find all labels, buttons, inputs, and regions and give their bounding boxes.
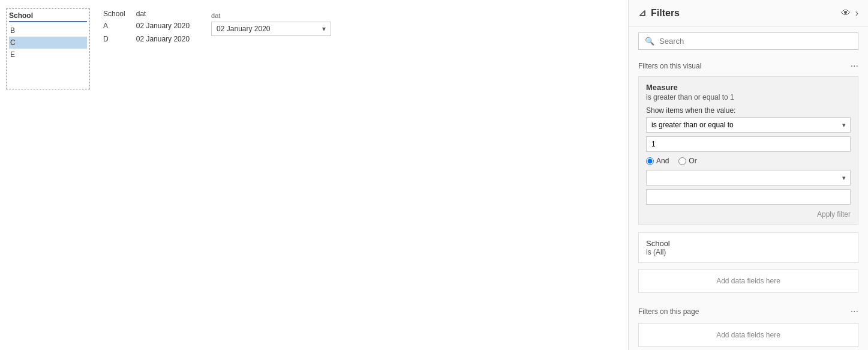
- cell-school-d: D: [102, 32, 135, 46]
- cell-school-a: A: [102, 19, 135, 32]
- filters-title: ⊿ Filters: [638, 7, 680, 19]
- cell-dat-a: 02 January 2020: [135, 19, 199, 32]
- date-slicer-value: 02 January 2020: [217, 25, 270, 33]
- condition2-dropdown[interactable]: is greater than or equal to is greater t…: [646, 170, 851, 186]
- table-row-b[interactable]: B: [9, 25, 87, 37]
- data-table: School dat A 02 January 2020 D 02 Januar…: [102, 8, 199, 46]
- show-items-label: Show items when the value:: [646, 106, 851, 115]
- table-row-c[interactable]: C: [9, 37, 87, 49]
- col-school-header: School: [102, 8, 135, 19]
- search-input[interactable]: [659, 37, 852, 46]
- row-b-label: B: [9, 26, 16, 35]
- add-data-fields-visual[interactable]: Add data fields here: [638, 269, 858, 293]
- page-more-icon[interactable]: ···: [851, 306, 858, 317]
- date-slicer-label: dat: [211, 12, 331, 19]
- filters-header: ⊿ Filters 👁 ›: [629, 0, 868, 26]
- search-icon: 🔍: [645, 37, 654, 46]
- measure-subtitle: is greater than or equal to 1: [646, 93, 851, 101]
- apply-filter-row: Apply filter: [646, 210, 851, 219]
- table-row[interactable]: D 02 January 2020: [102, 32, 199, 46]
- table-row-e[interactable]: E: [9, 49, 87, 61]
- visual-more-icon[interactable]: ···: [851, 61, 858, 71]
- cell-dat-d: 02 January 2020: [135, 32, 199, 46]
- school-filter-card[interactable]: School is (All): [638, 232, 858, 263]
- chevron-down-icon: ▾: [322, 25, 326, 33]
- close-panel-icon[interactable]: ›: [855, 8, 858, 19]
- and-label: And: [656, 157, 669, 165]
- value1-input[interactable]: [646, 136, 851, 152]
- school-filter-title: School: [646, 239, 851, 248]
- row-e-label: E: [9, 50, 16, 59]
- date-slicer: dat 02 January 2020 ▾: [211, 12, 331, 344]
- eye-icon[interactable]: 👁: [841, 8, 851, 19]
- filters-panel: ⊿ Filters 👁 › 🔍 Filters on this visual ·…: [628, 0, 868, 350]
- table-row[interactable]: A 02 January 2020: [102, 19, 199, 32]
- left-panel: School B C E ⊿ ⧉ ••• School dat: [0, 0, 628, 350]
- and-or-radios: And Or: [646, 157, 851, 165]
- measure-title: Measure: [646, 83, 851, 92]
- date-slicer-control[interactable]: 02 January 2020 ▾: [211, 22, 331, 36]
- filters-header-actions: 👁 ›: [841, 8, 858, 19]
- and-radio-item[interactable]: And: [646, 157, 669, 165]
- data-table-area: School dat A 02 January 2020 D 02 Januar…: [102, 8, 199, 344]
- add-data-fields-page[interactable]: Add data fields here: [638, 323, 858, 347]
- or-radio[interactable]: [678, 157, 686, 165]
- value2-input[interactable]: [646, 189, 851, 205]
- filter-funnel-icon: ⊿: [638, 7, 646, 19]
- or-label: Or: [689, 157, 696, 165]
- row-c-label: C: [9, 38, 17, 47]
- filters-on-visual-label: Filters on this visual ···: [629, 56, 868, 74]
- table-widget: School B C E: [6, 8, 90, 89]
- measure-filter-card: Measure is greater than or equal to 1 Sh…: [638, 76, 858, 225]
- col-dat-header: dat: [135, 8, 199, 19]
- school-filter-subtitle: is (All): [646, 248, 851, 256]
- apply-filter-button[interactable]: Apply filter: [817, 210, 851, 219]
- condition1-dropdown-wrapper: is greater than or equal to is greater t…: [646, 117, 851, 133]
- and-radio[interactable]: [646, 157, 654, 165]
- filters-on-page-label: Filters on this page ···: [629, 301, 868, 319]
- condition1-dropdown[interactable]: is greater than or equal to is greater t…: [646, 117, 851, 133]
- search-box: 🔍: [638, 32, 858, 50]
- condition2-dropdown-wrapper: is greater than or equal to is greater t…: [646, 170, 851, 186]
- filters-title-text: Filters: [651, 8, 680, 19]
- table-widget-title: School: [9, 11, 87, 22]
- or-radio-item[interactable]: Or: [678, 157, 696, 165]
